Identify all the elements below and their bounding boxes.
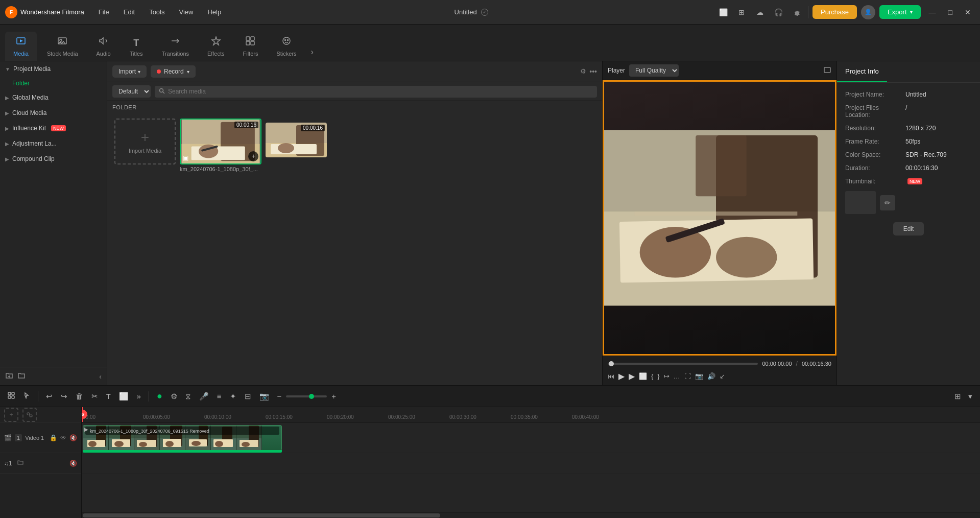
link-track-button[interactable] [22,408,37,422]
record-button[interactable]: Record ▾ [151,65,196,78]
in-point-button[interactable]: { [651,372,653,380]
section-compound-clip[interactable]: ▶ Compound Clip [0,151,107,167]
tl-pointer-tool[interactable] [20,390,33,402]
more-ctrl-button[interactable]: … [674,372,680,380]
tabs-more-button[interactable]: › [307,43,318,61]
menu-edit[interactable]: Edit [118,6,140,18]
tab-filters[interactable]: Filters [234,32,266,61]
import-button[interactable]: Import ▾ [112,65,147,78]
headset-icon[interactable]: 🎧 [771,5,785,19]
tl-zoom-out[interactable]: − [275,390,284,402]
section-project-media[interactable]: ▼ Project Media [0,61,107,77]
tab-media[interactable]: Media [5,32,37,61]
user-avatar[interactable]: 👤 [861,5,875,19]
menu-help[interactable]: Help [202,6,226,18]
keyframe-button[interactable]: ↙ [720,372,725,380]
section-cloud-media[interactable]: ▶ Cloud Media [0,105,107,121]
tab-stock-media[interactable]: Stock Media [39,32,86,61]
thumbnail-edit-button[interactable]: ✏ [880,195,895,210]
video-track-mute-icon[interactable]: 🔇 [69,434,77,441]
tl-zoom-slider[interactable] [286,395,327,397]
view-select[interactable]: DefaultListGrid [112,85,151,98]
media-thumb-0[interactable]: 00:00:16 ▣ + [180,119,261,164]
tab-audio[interactable]: Audio [88,32,119,61]
add-video-track-button[interactable]: + [4,408,18,422]
audio-track-folder-icon[interactable] [17,459,23,467]
crop-button[interactable]: ⬜ [639,372,647,380]
tl-more-btn[interactable]: ▾ [966,390,975,403]
filter-icon[interactable]: ⚙ [580,67,586,76]
menu-file[interactable]: File [93,6,114,18]
export-button[interactable]: Export ▾ [879,5,921,19]
tl-snapshot-tl[interactable]: 📷 [257,390,272,403]
time-slider-handle[interactable] [609,361,614,366]
media-item-0[interactable]: 00:00:16 ▣ + km_20240706-1_1080p_30f_... [180,119,261,380]
tab-stickers[interactable]: Stickers [268,32,304,61]
tl-redo[interactable]: ↪ [58,390,70,403]
video-clip[interactable]: km_20240706-1_1080p_30f_20240706_091515 … [83,425,282,451]
out-point-button[interactable]: } [657,372,659,380]
purchase-button[interactable]: Purchase [812,5,857,19]
media-thumb-1[interactable]: 00:00:16 [266,123,327,157]
tl-cut[interactable]: ✂ [89,390,101,403]
section-adjustment-layer[interactable]: ▶ Adjustment La... [0,136,107,151]
quality-select[interactable]: Full Quality1/2 Quality1/4 Quality [629,64,679,77]
section-global-media[interactable]: ▶ Global Media [0,90,107,105]
more-options-icon[interactable]: ••• [589,67,597,76]
tl-grid-view[interactable]: ⊞ [952,390,964,403]
audio-track-mute-icon[interactable]: 🔇 [69,460,77,467]
snapshot-button[interactable]: 📷 [695,372,703,380]
fullscreen-ctrl-button[interactable]: ⛶ [684,372,691,380]
menu-tools[interactable]: Tools [144,6,170,18]
tl-ai-cut-2[interactable]: ✦ [227,390,239,403]
tl-select-tool[interactable] [5,390,17,402]
video-track-lock-icon[interactable]: 🔒 [50,434,57,441]
maximize-button[interactable]: □ [944,6,957,18]
layout-icon[interactable]: ⊞ [734,5,749,19]
tab-transitions[interactable]: Transitions [154,32,197,61]
volume-button[interactable]: 🔊 [707,372,715,380]
search-input[interactable] [168,88,593,95]
import-media-placeholder[interactable]: + Import Media [114,119,176,164]
collapse-panel-icon[interactable]: ‹ [99,372,102,381]
timeline-scrollbar-thumb[interactable] [83,513,440,517]
folder-item[interactable]: Folder [0,77,107,90]
tl-split-screen[interactable]: ⊟ [242,390,254,403]
tl-undo[interactable]: ↩ [43,390,55,403]
menu-view[interactable]: View [174,6,198,18]
tl-more-tools[interactable]: » [134,390,144,402]
time-slider[interactable] [608,363,758,365]
video-track-hide-icon[interactable]: 👁 [60,434,66,441]
settings-icon[interactable] [790,5,804,19]
tab-project-info[interactable]: Project Info [837,61,887,82]
tl-text[interactable]: T [104,391,113,402]
tl-delete[interactable]: 🗑 [73,390,86,402]
tl-clip-speed[interactable]: ⧖ [183,390,194,403]
media-item-1[interactable]: 00:00:16 [266,123,327,380]
tab-effects[interactable]: Effects [199,32,232,61]
tl-zoom-handle[interactable] [309,394,314,399]
tl-audio-settings[interactable]: ≡ [214,390,224,402]
minimize-button[interactable]: — [925,6,940,18]
playhead[interactable]: 6 [82,407,83,422]
link-folder-icon[interactable] [17,371,26,381]
play-button[interactable]: ▶ [629,371,635,381]
cloud-icon[interactable]: ☁ [753,5,767,19]
add-marker-button[interactable]: ↦ [664,372,670,380]
tl-mic[interactable]: 🎤 [197,390,211,403]
edit-button[interactable]: Edit [893,222,924,236]
tab-titles[interactable]: T Titles [121,34,152,61]
timeline-scrollbar[interactable] [82,512,980,518]
frame-back-button[interactable]: ▶ [618,371,625,381]
media-add-btn-0[interactable]: + [248,151,258,161]
preview-fullscreen-icon[interactable] [823,66,831,76]
add-folder-icon[interactable] [5,371,13,381]
skip-back-button[interactable]: ⏮ [608,372,614,380]
screen-icon[interactable]: ⬜ [716,5,730,19]
tl-ai-cut[interactable]: ● [154,389,165,403]
tl-zoom-in[interactable]: + [329,390,339,402]
tl-crop[interactable]: ⬜ [116,390,131,403]
section-influence-kit[interactable]: ▶ Influence Kit NEW [0,121,107,136]
tl-settings[interactable]: ⚙ [168,390,180,403]
close-button[interactable]: ✕ [961,6,975,18]
